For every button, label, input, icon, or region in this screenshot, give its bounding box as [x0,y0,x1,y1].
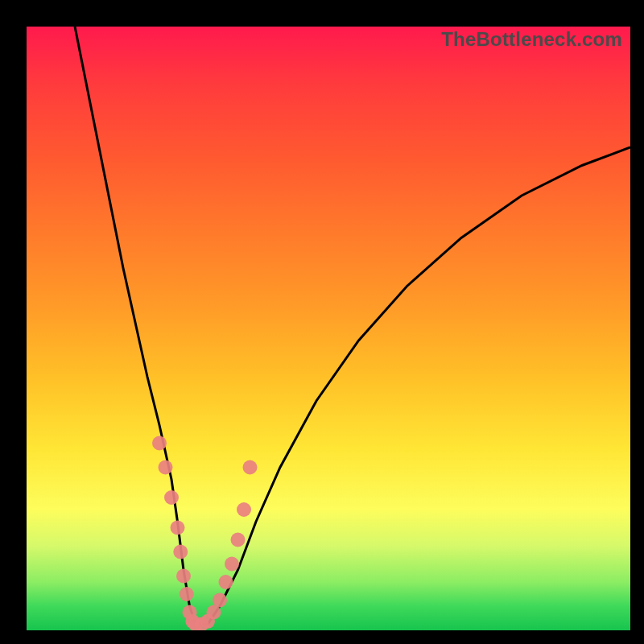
data-point [176,569,191,584]
data-point-cluster [152,436,258,631]
data-point [231,533,246,547]
chart-frame: TheBottleneck.com [0,0,644,644]
curve-line [75,27,630,625]
data-point [164,490,179,505]
data-point [213,593,227,608]
chart-svg [27,27,630,630]
data-point [237,502,251,517]
plot-area: TheBottleneck.com [27,27,630,630]
data-point [171,521,185,535]
data-point [152,436,167,451]
data-point [243,460,258,475]
data-point [225,557,239,572]
data-point [219,575,233,589]
data-point [159,460,173,475]
bottleneck-curve [75,27,630,625]
data-point [180,587,194,601]
data-point [173,545,188,559]
